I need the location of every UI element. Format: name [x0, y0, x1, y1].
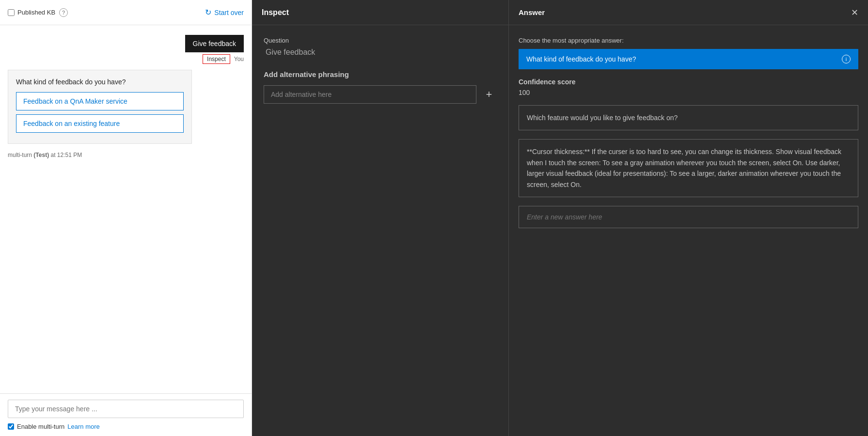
message-meta: Inspect You: [203, 54, 244, 64]
alt-input-row: +: [264, 85, 497, 104]
timestamp-row: multi-turn (Test) at 12:51 PM: [8, 152, 244, 158]
published-kb-input[interactable]: [8, 9, 15, 16]
question-value: Give feedback: [264, 48, 497, 57]
published-kb-checkbox[interactable]: Published KB: [8, 9, 55, 16]
chat-input[interactable]: [8, 400, 244, 418]
alt-phrasing-input[interactable]: [264, 85, 476, 104]
test-label: (Test): [33, 152, 49, 158]
inspect-body: Question Give feedback Add alternative p…: [252, 25, 508, 436]
left-header: Published KB ? ↻ Start over: [0, 0, 252, 25]
confidence-section: Confidence score 100: [519, 78, 858, 96]
multiturn-label: Enable multi-turn: [17, 423, 64, 430]
multiturn-checkbox[interactable]: [8, 423, 14, 430]
inspect-button[interactable]: Inspect: [203, 54, 230, 64]
chat-input-area: Enable multi-turn Learn more: [0, 393, 252, 436]
user-message-row: Give feedback Inspect You: [8, 35, 244, 64]
suggestion-2-button[interactable]: Feedback on an existing feature: [16, 114, 184, 133]
answer-option[interactable]: What kind of feedback do you have? i: [519, 49, 858, 69]
left-panel: Published KB ? ↻ Start over Give feedbac…: [0, 0, 252, 436]
close-button[interactable]: ✕: [851, 7, 858, 18]
right-body: Choose the most appropriate answer: What…: [509, 25, 868, 436]
chat-area: Give feedback Inspect You What kind of f…: [0, 25, 252, 393]
answer-detail-text: **Cursor thickness:** If the curser is t…: [527, 148, 841, 188]
start-over-button[interactable]: ↻ Start over: [205, 8, 244, 17]
choose-answer-label: Choose the most appropriate answer:: [519, 37, 858, 44]
published-kb-label: Published KB: [17, 9, 55, 16]
alt-phrasing-label: Add alternative phrasing: [264, 70, 497, 78]
new-answer-box[interactable]: Enter a new answer here: [519, 206, 858, 228]
answer-detail-box: **Cursor thickness:** If the curser is t…: [519, 139, 858, 197]
user-message-text: Give feedback: [193, 40, 237, 47]
which-feature-box: Which feature would you like to give fee…: [519, 105, 858, 130]
you-label: You: [234, 56, 244, 62]
time-label: at 12:51 PM: [50, 152, 82, 158]
answer-title: Answer: [519, 8, 545, 16]
answer-section: Choose the most appropriate answer: What…: [519, 37, 858, 69]
answer-option-text: What kind of feedback do you have?: [526, 55, 636, 63]
inspect-header: Inspect: [252, 0, 508, 25]
right-panel: Answer ✕ Choose the most appropriate ans…: [509, 0, 868, 436]
refresh-icon: ↻: [205, 8, 211, 17]
add-alternative-button[interactable]: +: [481, 87, 497, 102]
help-icon[interactable]: ?: [59, 8, 68, 17]
bot-message: What kind of feedback do you have? Feedb…: [8, 70, 192, 144]
start-over-label: Start over: [214, 9, 244, 16]
right-header: Answer ✕: [509, 0, 868, 25]
middle-panel: Inspect Question Give feedback Add alter…: [252, 0, 509, 436]
confidence-label: Confidence score: [519, 78, 858, 86]
new-answer-placeholder: Enter a new answer here: [527, 213, 602, 221]
left-header-left: Published KB ?: [8, 8, 68, 17]
which-feature-text: Which feature would you like to give fee…: [527, 114, 678, 122]
timestamp-text: multi-turn: [8, 152, 32, 158]
info-icon: i: [842, 55, 851, 63]
learn-more-link[interactable]: Learn more: [67, 423, 99, 430]
multiturn-row: Enable multi-turn Learn more: [8, 423, 244, 430]
question-label: Question: [264, 37, 497, 44]
confidence-value: 100: [519, 89, 858, 96]
inspect-title: Inspect: [262, 8, 289, 17]
bot-question-text: What kind of feedback do you have?: [16, 77, 184, 87]
suggestion-1-button[interactable]: Feedback on a QnA Maker service: [16, 92, 184, 110]
user-bubble: Give feedback: [185, 35, 244, 52]
